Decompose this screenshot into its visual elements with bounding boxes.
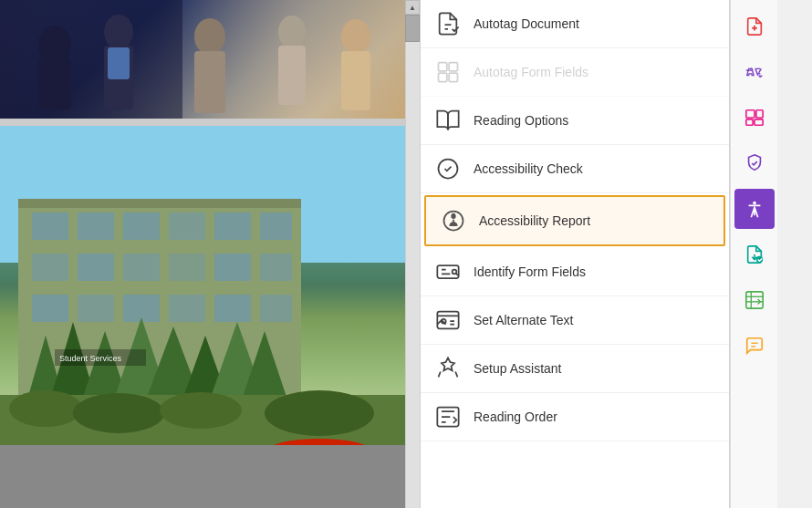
svg-rect-8 — [278, 46, 306, 105]
svg-point-5 — [194, 18, 225, 55]
autotag-document-icon — [435, 11, 461, 36]
svg-point-9 — [341, 19, 370, 54]
svg-rect-22 — [78, 254, 114, 281]
set-alternate-text-label: Set Alternate Text — [474, 313, 573, 327]
tools-sidebar — [730, 0, 777, 508]
svg-rect-26 — [260, 254, 292, 281]
identify-form-fields-icon — [435, 259, 461, 285]
tool-export-button[interactable] — [734, 234, 775, 275]
svg-rect-60 — [437, 265, 458, 278]
identify-form-fields-label: Identify Form Fields — [474, 264, 586, 279]
reading-order-label: Reading Order — [474, 410, 557, 424]
svg-rect-0 — [0, 0, 182, 119]
reading-options-icon — [435, 108, 461, 133]
svg-rect-20 — [260, 213, 292, 240]
autotag-form-fields-icon — [435, 59, 461, 85]
svg-rect-71 — [755, 119, 763, 125]
svg-rect-15 — [32, 213, 68, 240]
tool-protect-button[interactable] — [734, 143, 775, 183]
svg-rect-18 — [169, 213, 205, 240]
svg-point-3 — [104, 15, 133, 49]
accessibility-check-icon — [435, 156, 461, 181]
tool-spreadsheet-button[interactable] — [734, 280, 775, 320]
svg-rect-52 — [449, 63, 457, 71]
accessibility-report-icon — [441, 208, 466, 233]
accessibility-menu-panel: Autotag Document Autotag Form Fields Rea… — [420, 0, 730, 508]
svg-rect-16 — [78, 213, 114, 240]
svg-rect-68 — [745, 110, 754, 118]
svg-rect-23 — [123, 254, 160, 281]
svg-rect-54 — [449, 73, 457, 81]
reading-options-label: Reading Options — [474, 113, 568, 128]
svg-rect-69 — [755, 110, 762, 118]
doc-bottom-image: Student Services — [0, 126, 405, 445]
menu-item-reading-options[interactable]: Reading Options — [421, 97, 729, 145]
svg-rect-6 — [194, 51, 225, 113]
svg-rect-2 — [38, 59, 71, 109]
document-preview: Student Services ▶ ▲ — [0, 0, 420, 508]
set-alternate-text-icon — [435, 307, 461, 333]
svg-rect-74 — [745, 292, 762, 308]
doc-top-image — [0, 0, 420, 119]
svg-point-43 — [73, 393, 164, 433]
svg-rect-28 — [78, 295, 114, 322]
autotag-form-fields-label: Autotag Form Fields — [474, 65, 588, 79]
menu-item-autotag-document[interactable]: Autotag Document — [421, 0, 729, 48]
menu-item-accessibility-report[interactable]: Accessibility Report — [424, 195, 725, 246]
svg-rect-17 — [123, 213, 160, 240]
accessibility-report-label: Accessibility Report — [479, 213, 590, 228]
svg-rect-53 — [439, 73, 447, 81]
menu-item-reading-order[interactable]: Reading Order — [421, 393, 729, 441]
svg-rect-14 — [18, 199, 301, 208]
svg-rect-51 — [439, 63, 447, 71]
svg-rect-19 — [214, 213, 251, 240]
tool-pdf-plus-button[interactable] — [734, 6, 775, 47]
menu-item-setup-assistant[interactable]: Setup Assistant — [421, 345, 729, 393]
svg-point-59 — [452, 213, 456, 218]
scroll-up-button[interactable]: ▲ — [405, 0, 420, 15]
svg-point-72 — [753, 202, 756, 205]
menu-item-autotag-form-fields[interactable]: Autotag Form Fields — [421, 48, 729, 97]
tool-translate-button[interactable] — [734, 52, 775, 92]
menu-item-identify-form-fields[interactable]: Identify Form Fields — [421, 248, 729, 296]
setup-assistant-label: Setup Assistant — [474, 361, 562, 376]
svg-point-61 — [453, 270, 457, 275]
svg-point-42 — [9, 390, 82, 427]
svg-point-44 — [160, 392, 242, 429]
svg-point-7 — [278, 16, 306, 48]
svg-rect-11 — [108, 47, 130, 79]
svg-text:Student Services: Student Services — [59, 354, 122, 363]
reading-order-icon — [435, 404, 461, 430]
svg-rect-10 — [341, 51, 370, 110]
svg-rect-32 — [260, 295, 292, 322]
svg-rect-21 — [32, 254, 68, 281]
svg-point-45 — [265, 390, 374, 436]
menu-item-set-alternate-text[interactable]: Set Alternate Text — [421, 296, 729, 345]
svg-rect-30 — [169, 295, 205, 322]
accessibility-check-label: Accessibility Check — [474, 161, 583, 176]
svg-rect-70 — [745, 119, 752, 125]
svg-rect-24 — [169, 254, 205, 281]
tool-comment-button[interactable] — [734, 326, 775, 366]
svg-rect-27 — [32, 295, 68, 322]
autotag-document-label: Autotag Document — [474, 16, 579, 31]
doc-divider — [0, 119, 420, 126]
tool-accessibility-button[interactable] — [734, 189, 775, 229]
svg-rect-31 — [214, 295, 251, 322]
menu-item-accessibility-check[interactable]: Accessibility Check — [421, 145, 729, 193]
setup-assistant-icon — [435, 356, 461, 381]
svg-rect-25 — [214, 254, 251, 281]
scrollbar-track: ▲ — [405, 0, 420, 508]
scrollbar-thumb[interactable] — [405, 15, 420, 42]
tool-layout-button[interactable] — [734, 98, 775, 138]
